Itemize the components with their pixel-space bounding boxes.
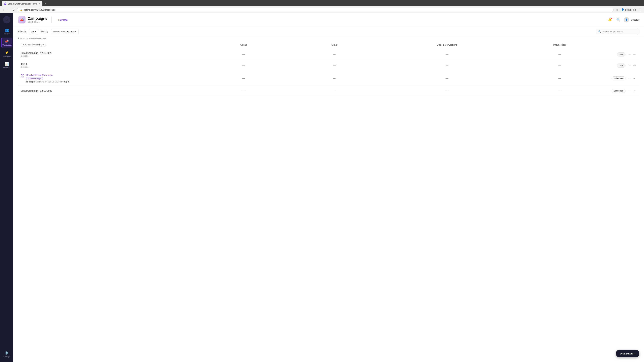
bookmark-button[interactable]: ☆ <box>615 7 619 12</box>
header-divider <box>52 17 52 23</box>
create-label: + Create <box>58 18 68 21</box>
sort-value: Newest Sending Time <box>53 30 74 33</box>
user-avatar: 👤 <box>624 17 629 22</box>
col-clicks: Clicks <box>290 43 378 46</box>
clicks-value: — <box>290 53 378 56</box>
status-badge: Scheduled <box>612 89 626 93</box>
sort-label: Sort by <box>41 30 48 33</box>
sort-dropdown[interactable]: Newest Sending Time ▾ <box>51 29 79 34</box>
logo-icon: ☺ <box>5 17 8 22</box>
add-to-groups-button[interactable]: + Add to Groups <box>26 77 43 80</box>
conversions-value: — <box>381 77 513 80</box>
campaign-name-link[interactable]: Moodjoy Email Campaign <box>26 74 70 76</box>
drip-support-button[interactable]: Drip Support <box>616 350 639 357</box>
create-button[interactable]: + Create <box>56 17 70 23</box>
clicks-value: — <box>290 77 378 80</box>
sidebar-item-settings[interactable]: ⚙️ Settings <box>1 349 12 359</box>
group-dot <box>23 44 24 45</box>
sidebar-item-campaigns[interactable]: 📣 Campaigns <box>1 37 12 48</box>
status-badge: Scheduled <box>612 76 626 80</box>
notification-dot <box>611 17 612 19</box>
more-options-button[interactable]: ··· <box>627 76 631 81</box>
page-header: 📣 Campaigns Single emails + Create 🔔 <box>14 13 644 26</box>
address-url: getdrip.com/7641396/broadcasts <box>24 8 56 11</box>
sidebar-item-analytics-label: Analytics <box>3 67 10 69</box>
metrics-note-text: Metrics refreshed in the last hour <box>20 37 46 39</box>
tab-close-button[interactable]: ✕ <box>38 3 40 5</box>
status-badge: Draft <box>617 63 626 67</box>
people-icon: 👥 <box>5 28 9 32</box>
add-groups-tag[interactable]: + Add to Groups <box>26 76 70 80</box>
clicks-value: — <box>290 64 378 67</box>
filter-chevron-icon: ▾ <box>35 30 36 33</box>
confirm-button[interactable]: ✓ <box>632 76 636 81</box>
unsubscribes-value: — <box>516 77 604 80</box>
more-options-button[interactable]: ··· <box>627 63 631 68</box>
settings-icon: ⚙️ <box>5 351 9 355</box>
page-subtitle: Single emails <box>28 21 48 23</box>
unsubscribes-value: — <box>516 64 604 67</box>
status-badge: Draft <box>617 52 626 56</box>
forward-button[interactable]: › <box>6 8 10 12</box>
campaign-details: Moodjoy Email Campaign + Add to Groups 1… <box>26 74 70 83</box>
profile-button[interactable]: 👤 Incognito <box>620 7 636 12</box>
opens-value: — <box>200 64 288 67</box>
main-content: 📣 Campaigns Single emails + Create 🔔 <box>14 13 644 362</box>
campaigns-icon: 📣 <box>5 39 9 43</box>
campaign-people: 0 people <box>21 55 197 57</box>
header-right: 🔔 🔍 👤 Moodjoy <box>607 17 639 23</box>
filter-label: Filter by <box>18 30 26 33</box>
refresh-button[interactable]: ↻ <box>11 7 16 12</box>
campaign-people-info: 11 people · Sending on Dec 13, 2023 at 4… <box>26 81 70 83</box>
campaign-people: 0 people <box>21 66 197 68</box>
table-row: Test 1 0 people — — — — Draft ··· ✏ <box>18 60 639 71</box>
row-actions: Draft ··· ✏ <box>606 63 636 68</box>
back-button[interactable]: ‹ <box>2 8 5 12</box>
tab-title: Single Email Campaigns · Drip <box>8 2 37 5</box>
search-bar[interactable]: 🔍 <box>596 29 639 34</box>
opens-value: — <box>200 77 288 80</box>
sidebar-item-analytics[interactable]: 📊 Analytics <box>1 60 12 70</box>
sidebar-item-workflows-label: Workflows <box>2 55 11 57</box>
browser-tab[interactable]: 📧 Single Email Campaigns · Drip ✕ <box>2 1 42 6</box>
row-actions: Scheduled ··· ✓ <box>606 88 636 93</box>
sidebar-item-people[interactable]: 👥 People <box>1 26 12 36</box>
search-button[interactable]: 🔍 <box>615 17 621 23</box>
conversions-value: — <box>381 53 513 56</box>
row-actions: Scheduled ··· ✓ <box>606 76 636 81</box>
profile-icon: 👤 <box>621 8 624 11</box>
group-filter-area: Group: Everything ▾ <box>21 43 197 47</box>
send-time: 4:51pm <box>62 81 69 83</box>
more-options-button[interactable]: ··· <box>627 89 631 93</box>
filter-dropdown[interactable]: All ▾ <box>29 29 38 34</box>
header-logo-area: 📣 Campaigns Single emails <box>18 16 48 23</box>
page-title: Campaigns <box>28 16 48 21</box>
sidebar-item-workflows[interactable]: ⚡ Workflows <box>1 49 12 59</box>
search-icon: 🔍 <box>616 18 620 21</box>
new-tab-button[interactable]: + <box>43 2 48 5</box>
edit-button[interactable]: ✏ <box>632 52 636 57</box>
extensions-button[interactable]: ⋮ <box>638 7 642 12</box>
table-row: Email Campaign - 12-13-2023 — — — — Sche… <box>18 86 639 96</box>
edit-button[interactable]: ✏ <box>632 63 636 68</box>
campaign-name: Email Campaign - 12-13-2023 <box>21 52 197 54</box>
user-area[interactable]: 👤 Moodjoy <box>624 17 639 22</box>
col-opens: Opens <box>200 43 288 46</box>
confirm-button[interactable]: ✓ <box>632 88 636 93</box>
plus-icon: + <box>28 78 29 80</box>
campaign-name: Test 1 <box>21 63 197 65</box>
notifications-button[interactable]: 🔔 <box>607 17 613 23</box>
group-badge[interactable]: Group: Everything ▾ <box>21 43 46 47</box>
campaign-info: ✓ Moodjoy Email Campaign + Add to Groups… <box>21 74 197 83</box>
check-circle-icon: ✓ <box>21 74 24 77</box>
analytics-icon: 📊 <box>5 62 9 66</box>
more-options-button[interactable]: ··· <box>627 52 631 57</box>
search-input[interactable] <box>602 30 637 33</box>
sidebar-item-people-label: People <box>4 32 10 34</box>
unsubscribes-value: — <box>516 53 604 56</box>
tab-favicon: 📧 <box>4 2 6 5</box>
sidebar-logo: ☺ <box>3 16 10 23</box>
header-title-group: Campaigns Single emails <box>28 16 48 23</box>
address-bar[interactable]: 🔒 getdrip.com/7641396/broadcasts <box>17 8 614 12</box>
add-groups-label: Add to Groups <box>29 78 41 80</box>
